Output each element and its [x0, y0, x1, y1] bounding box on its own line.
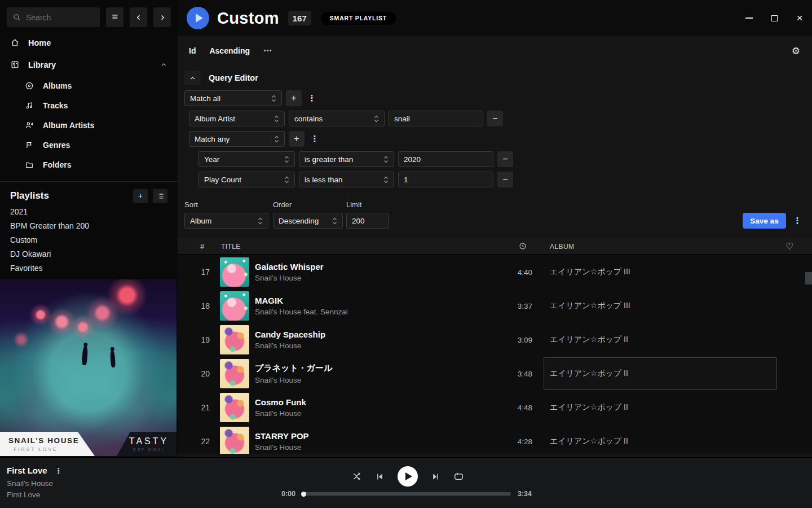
updown-icon	[374, 115, 379, 122]
more-options-button[interactable]: ⋯	[263, 46, 272, 56]
track-title: Galactic Whisper	[255, 262, 487, 271]
track-artist: Snail’s House	[255, 274, 487, 282]
search-box[interactable]	[7, 7, 100, 27]
track-row[interactable]: 20 プラネット・ガール Snail’s House 3:48 エイリアン☆ポッ…	[178, 357, 812, 391]
add-playlist-button[interactable]: +	[133, 189, 148, 203]
gear-icon[interactable]: ⚙	[792, 46, 800, 56]
playlist-item[interactable]: Favorites	[0, 261, 178, 275]
play-button[interactable]	[398, 466, 418, 487]
rule-value-input[interactable]	[398, 172, 493, 187]
remove-rule-button[interactable]: −	[487, 111, 503, 126]
previous-track-icon[interactable]	[376, 472, 384, 481]
track-album-cell[interactable]: エイリアン☆ポップ II	[544, 391, 777, 424]
track-row[interactable]: 19 Candy Spaceship Snail’s House 3:09 エイ…	[178, 323, 812, 357]
group-menu-button[interactable]: ⋮	[308, 93, 316, 103]
save-menu-button[interactable]: ⋮	[792, 213, 803, 229]
close-button[interactable]: ×	[796, 14, 804, 22]
column-album[interactable]: ALBUM	[550, 243, 574, 251]
record-label-name: TASTY	[125, 436, 169, 446]
rule-field-select[interactable]: Year	[198, 151, 295, 167]
sort-field-button[interactable]: Id	[189, 46, 196, 55]
shuffle-icon[interactable]	[352, 471, 362, 481]
play-playlist-button[interactable]	[187, 7, 209, 29]
sort-direction-button[interactable]: Ascending	[209, 46, 250, 55]
track-artist: Snail’s House	[255, 376, 487, 384]
save-as-button[interactable]: Save as	[743, 213, 786, 229]
search-input[interactable]	[26, 13, 88, 22]
next-track-icon[interactable]	[431, 472, 440, 481]
rule-operator-select[interactable]: contains	[289, 111, 385, 126]
seek-bar[interactable]	[302, 492, 511, 496]
column-index[interactable]: #	[200, 242, 205, 251]
updown-icon	[274, 135, 279, 143]
track-album-cell[interactable]: エイリアン☆ポップ II	[544, 357, 777, 390]
vertical-scrollbar-thumb[interactable]	[805, 272, 812, 284]
seek-thumb[interactable]	[301, 492, 306, 497]
add-rule-button[interactable]: +	[286, 90, 302, 106]
add-rule-button[interactable]: +	[289, 131, 304, 147]
playlist-options-button[interactable]	[153, 189, 167, 203]
forward-button[interactable]	[153, 7, 171, 27]
match-select[interactable]: Match any	[189, 131, 285, 147]
rule-operator-select[interactable]: is less than	[299, 172, 394, 187]
remove-rule-button[interactable]: −	[497, 151, 513, 167]
menu-button[interactable]: ≡	[106, 7, 123, 27]
favorite-column-heart-icon[interactable]: ♡	[785, 241, 794, 252]
page-title: Custom	[217, 9, 279, 28]
sidebar-item-album-artists[interactable]: Album Artists	[0, 115, 178, 135]
playlist-item[interactable]: DJ Okawari	[0, 247, 178, 261]
column-title[interactable]: TITLE	[221, 243, 241, 251]
group-menu-button[interactable]: ⋮	[311, 134, 319, 144]
sidebar-item-albums[interactable]: Albums	[0, 76, 178, 95]
flag-icon	[25, 141, 34, 150]
track-number: 18	[178, 301, 210, 310]
sidebar-item-folders[interactable]: Folders	[0, 155, 178, 174]
sidebar-item-genres[interactable]: Genres	[0, 135, 178, 155]
chevron-up-icon[interactable]	[160, 61, 167, 68]
hamburger-icon: ≡	[112, 11, 118, 23]
rule-field-select[interactable]: Play Count	[198, 172, 295, 187]
order-select[interactable]: Descending	[273, 213, 343, 229]
track-album-cell[interactable]: エイリアン☆ポップ III	[544, 290, 777, 322]
track-album-cell[interactable]: エイリアン☆ポップ II	[544, 425, 777, 454]
disc-icon	[25, 81, 34, 90]
total-time: 3:34	[518, 490, 532, 498]
playlist-item[interactable]: Custom	[0, 233, 178, 247]
playlists-title: Playlists	[10, 190, 128, 202]
maximize-icon	[771, 15, 778, 21]
minimize-button[interactable]	[745, 14, 753, 22]
track-number: 22	[178, 437, 210, 446]
track-album-cell[interactable]: エイリアン☆ポップ II	[544, 323, 777, 356]
rule-operator-value: is less than	[304, 176, 343, 184]
track-row[interactable]: 17 Galactic Whisper Snail’s House 4:40 エ…	[178, 255, 812, 289]
repeat-icon[interactable]	[453, 471, 464, 482]
now-playing-menu-button[interactable]: ⋮	[55, 466, 63, 475]
playlist-item[interactable]: BPM Greater than 200	[0, 218, 178, 233]
playlist-item[interactable]: 2021	[0, 204, 178, 218]
track-row[interactable]: 21 Cosmo Funk Snail’s House 4:48 エイリアン☆ポ…	[178, 391, 812, 424]
back-button[interactable]	[130, 7, 147, 27]
collapse-query-button[interactable]	[184, 71, 201, 85]
track-album: エイリアン☆ポップ II	[550, 402, 628, 413]
sort-toolbar: Id Ascending ⋯ ⚙	[178, 36, 812, 65]
sort-label: Sort	[184, 200, 268, 209]
remove-rule-button[interactable]: −	[497, 172, 513, 187]
rule-operator-select[interactable]: is greater than	[299, 151, 394, 167]
duration-column-clock-icon[interactable]	[519, 242, 527, 250]
track-album-cell[interactable]: エイリアン☆ポップ III	[544, 256, 777, 288]
sidebar-item-home[interactable]: Home	[0, 32, 178, 54]
track-row[interactable]: 22 STARRY POP Snail’s House 4:28 エイリアン☆ポ…	[178, 424, 812, 454]
rule-value-input[interactable]	[389, 111, 483, 126]
limit-input[interactable]	[346, 213, 389, 229]
track-row[interactable]: 18 MAGIK Snail’s House feat. Sennzai 3:3…	[178, 289, 812, 323]
rule-value-input[interactable]	[398, 151, 493, 167]
maximize-button[interactable]	[770, 14, 778, 22]
rule-field-select[interactable]: Album Artist	[189, 111, 285, 126]
genres-label: Genres	[43, 141, 70, 150]
sidebar-item-tracks[interactable]: Tracks	[0, 95, 178, 115]
sidebar-item-library[interactable]: Library	[0, 54, 178, 76]
sort-select[interactable]: Album	[184, 213, 268, 229]
match-select[interactable]: Match all	[184, 90, 282, 106]
main-content: Custom 167 SMART PLAYLIST × Id Ascending…	[178, 0, 812, 457]
track-title: MAGIK	[255, 296, 487, 305]
